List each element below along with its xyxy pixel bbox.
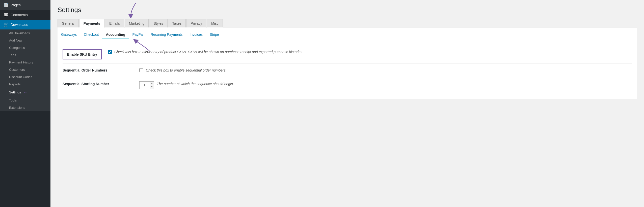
settings-content: Enable SKU Entry Check this box to allow… bbox=[58, 39, 637, 99]
sidebar-sub-label: Reports bbox=[9, 82, 21, 86]
settings-arrow-icon: ← bbox=[23, 90, 28, 95]
settings-label-sequential-start: Sequential Starting Number bbox=[63, 81, 133, 86]
sequential-start-description: The number at which the sequence should … bbox=[157, 81, 234, 87]
stepper-up-button[interactable]: ▲ bbox=[150, 82, 154, 85]
sidebar: 📄 Pages 💬 Comments 🛒 Downloads All Downl… bbox=[0, 0, 50, 207]
page-title: Settings bbox=[58, 6, 637, 14]
secondary-tabs-section: Gateways Checkout Accounting PayPal Recu… bbox=[58, 27, 637, 39]
sidebar-sub-label: Add New bbox=[9, 39, 22, 42]
tab-emails[interactable]: Emails bbox=[105, 19, 124, 27]
settings-row-sequential-order: Sequential Order Numbers Check this box … bbox=[63, 64, 632, 77]
settings-label-sku: Enable SKU Entry bbox=[63, 49, 102, 59]
settings-control-sequential-start: 1 ▲ ▼ The number at which the sequence s… bbox=[139, 81, 632, 89]
settings-control-sku: Check this box to allow entry of product… bbox=[108, 49, 632, 55]
sidebar-item-extensions[interactable]: Extensions bbox=[0, 104, 50, 111]
sidebar-sub-label: All Downloads bbox=[9, 31, 30, 35]
sidebar-item-comments[interactable]: 💬 Comments bbox=[0, 10, 50, 20]
sidebar-sub-label: Tools bbox=[9, 98, 17, 102]
sidebar-item-categories[interactable]: Categories bbox=[0, 44, 50, 51]
sidebar-item-reports[interactable]: Reports bbox=[0, 81, 50, 88]
sequential-order-description: Check this box to enable sequential orde… bbox=[146, 68, 227, 73]
sidebar-item-tags[interactable]: Tags bbox=[0, 51, 50, 59]
sidebar-item-label: Downloads bbox=[11, 23, 28, 27]
sku-description: Check this box to allow entry of product… bbox=[114, 49, 303, 55]
tab-stripe[interactable]: Stripe bbox=[206, 30, 223, 39]
stepper-value: 1 bbox=[140, 83, 150, 87]
primary-tabs: General Payments Emails Marketing Styles… bbox=[58, 19, 637, 27]
tab-styles[interactable]: Styles bbox=[149, 19, 167, 27]
settings-row-sku: Enable SKU Entry Check this box to allow… bbox=[63, 45, 632, 64]
sidebar-sub-label: Discount Codes bbox=[9, 75, 32, 79]
sequential-order-checkbox[interactable] bbox=[139, 68, 143, 72]
stepper-down-button[interactable]: ▼ bbox=[150, 85, 154, 89]
tab-checkout[interactable]: Checkout bbox=[80, 30, 102, 39]
sidebar-item-add-new[interactable]: Add New bbox=[0, 37, 50, 44]
secondary-tabs: Gateways Checkout Accounting PayPal Recu… bbox=[58, 27, 637, 39]
sidebar-item-pages[interactable]: 📄 Pages bbox=[0, 0, 50, 10]
sidebar-sub-label: Extensions bbox=[9, 106, 25, 110]
sidebar-sub-label: Tags bbox=[9, 53, 16, 57]
tab-general[interactable]: General bbox=[58, 19, 79, 27]
sidebar-item-customers[interactable]: Customers bbox=[0, 66, 50, 73]
tab-marketing[interactable]: Marketing bbox=[125, 19, 149, 27]
tab-paypal[interactable]: PayPal bbox=[129, 30, 147, 39]
tab-recurring-payments[interactable]: Recurring Payments bbox=[147, 30, 186, 39]
pages-icon: 📄 bbox=[4, 3, 9, 7]
tab-payments[interactable]: Payments bbox=[79, 19, 104, 27]
tab-gateways[interactable]: Gateways bbox=[58, 30, 80, 39]
sidebar-item-downloads[interactable]: 🛒 Downloads bbox=[0, 20, 50, 29]
sidebar-item-settings[interactable]: Settings ← bbox=[0, 88, 50, 97]
main-content: Settings General Payments Emails Marketi… bbox=[50, 0, 644, 207]
stepper-buttons: ▲ ▼ bbox=[150, 82, 154, 89]
sku-checkbox[interactable] bbox=[108, 50, 112, 54]
tab-accounting[interactable]: Accounting bbox=[102, 30, 129, 39]
sidebar-item-label: Pages bbox=[11, 3, 21, 7]
sidebar-submenu-downloads: All Downloads Add New Categories Tags Pa… bbox=[0, 29, 50, 111]
settings-control-sequential-order: Check this box to enable sequential orde… bbox=[139, 68, 632, 73]
tab-misc[interactable]: Misc bbox=[207, 19, 223, 27]
tab-taxes[interactable]: Taxes bbox=[168, 19, 186, 27]
settings-label-sequential-order: Sequential Order Numbers bbox=[63, 68, 133, 72]
sidebar-sub-label: Categories bbox=[9, 46, 25, 50]
comments-icon: 💬 bbox=[4, 12, 9, 17]
sidebar-item-all-downloads[interactable]: All Downloads bbox=[0, 29, 50, 37]
sidebar-item-tools[interactable]: Tools bbox=[0, 97, 50, 104]
sidebar-item-discount-codes[interactable]: Discount Codes bbox=[0, 73, 50, 81]
sidebar-item-label: Comments bbox=[11, 13, 28, 17]
downloads-icon: 🛒 bbox=[4, 22, 9, 27]
tab-invoices[interactable]: Invoices bbox=[186, 30, 206, 39]
sequential-start-stepper[interactable]: 1 ▲ ▼ bbox=[139, 81, 154, 89]
sidebar-item-payment-history[interactable]: Payment History bbox=[0, 59, 50, 66]
sidebar-sub-label: Settings bbox=[9, 90, 21, 94]
sidebar-sub-label: Customers bbox=[9, 68, 25, 72]
sidebar-sub-label: Payment History bbox=[9, 60, 33, 64]
tab-privacy[interactable]: Privacy bbox=[186, 19, 206, 27]
settings-row-sequential-start: Sequential Starting Number 1 ▲ ▼ The num… bbox=[63, 77, 632, 93]
primary-tabs-wrapper: General Payments Emails Marketing Styles… bbox=[58, 19, 637, 27]
